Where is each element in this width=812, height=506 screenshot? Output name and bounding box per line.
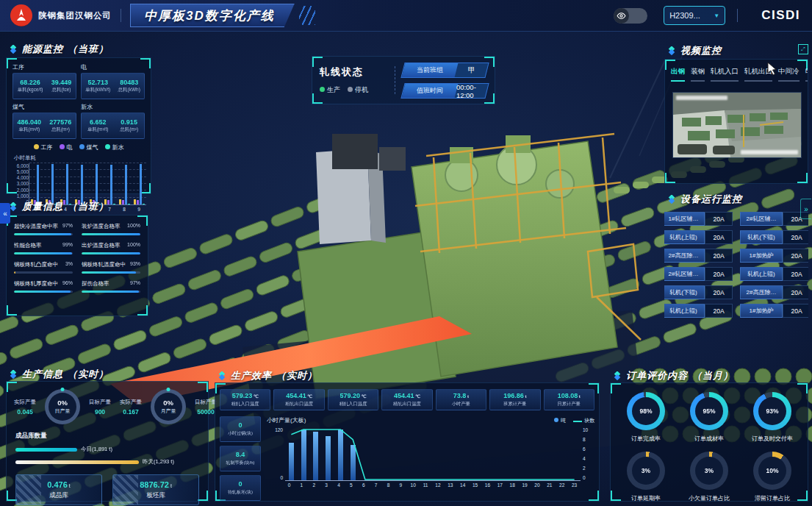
header-bar: 陕钢集团汉钢公司 中厚板3D数字化产线 H2309... ▼ CISDI (0, 0, 812, 32)
quality-item: 出炉温度合格率100% (82, 242, 140, 254)
mouse-cursor (767, 62, 779, 76)
diamond-icon (218, 371, 226, 380)
line-status-panel: 轧线状态 生产停机 当前班组甲值班时间00:00-12:00 (312, 56, 495, 104)
eye-icon (614, 8, 629, 24)
company-name: 陕钢集团汉钢公司 (38, 10, 112, 21)
device-cell: 轧机(下辊)20A (740, 230, 808, 244)
energy-axis-label: 小时单耗 (14, 154, 151, 162)
quality-item: 超快冷温度命中率97% (14, 223, 73, 235)
diamond-icon (613, 371, 622, 380)
device-cell: 2#轧区辅…20A (664, 267, 733, 281)
inventory-bar: 昨天(1,293 t) (15, 458, 208, 466)
order-gauge: 95%订单成材率 (680, 392, 739, 443)
energy-card: 新水6.652单耗(m³/t)0.915总耗(m³) (81, 102, 145, 139)
dashboard: 陕钢集团汉钢公司 中厚板3D数字化产线 H2309... ▼ CISDI 能源监… (0, 0, 812, 506)
line-status-legend: 生产停机 (320, 85, 387, 95)
efficiency-side-stat: 0小时过钢(块) (220, 416, 261, 442)
inventory-title: 成品库数量 (15, 432, 208, 441)
device-cell: 轧机(下辊)20A (664, 285, 733, 299)
energy-panel: 工序68.226单耗(kgce/t)39.449总耗(tce)电52.713单耗… (6, 57, 151, 194)
device-cell: 2#轧区辅…20A (740, 212, 808, 226)
devices-panel-title: 设备运行监控 (667, 193, 742, 206)
device-selector-value: H2309... (669, 11, 700, 20)
quality-item: 装炉温度合格率100% (82, 223, 140, 235)
production-gauge: 实际产量0.1670%月产量目标产量50000 (115, 389, 221, 424)
video-panel-title: 视频监控 (667, 44, 722, 57)
header-divider (737, 9, 738, 22)
efficiency-stat: 196.86 t班累计产量 (489, 389, 540, 410)
visibility-toggle[interactable] (614, 8, 647, 24)
device-cell: 2#高压除…20A (740, 285, 808, 299)
diamond-icon (9, 45, 18, 54)
orders-panel: 98%订单完成率95%订单成材率93%订单及时交付率3%订单延期率3%小欠量订单… (610, 382, 808, 502)
video-expand-icon[interactable]: ⤢ (798, 44, 808, 54)
efficiency-stat: 73.8 t小时产量 (436, 389, 486, 410)
hourly-output-chart: 小时产量(大板) 吨块数 1200 1086420 01234567891011… (267, 416, 594, 501)
devices-panel: 1#轧区辅…20A2#轧区辅…20A轧机(上辊)20A轧机(下辊)20A2#高压… (664, 212, 808, 318)
quality-item: 性能合格率99% (14, 242, 73, 254)
production-gauge: 实际产量0.0450%日产量目标产量900 (10, 389, 115, 424)
video-tab-中间冷[interactable]: 中间冷 (778, 67, 800, 82)
video-tab-装钢[interactable]: 装钢 (691, 67, 705, 82)
energy-card: 煤气486.040单耗(m³/t)277576总耗(m³) (12, 102, 76, 139)
video-feed[interactable] (672, 92, 802, 158)
device-cell: 2#高压除…20A (664, 249, 733, 263)
quality-item: 钢板终轧温度命中93% (82, 261, 140, 274)
production-panel-title: 生产信息（实时） (9, 368, 109, 381)
status-divider (395, 66, 395, 94)
diamond-icon (9, 370, 18, 379)
right-collapse-handle[interactable]: » (800, 199, 811, 219)
device-cell: 1#轧区辅…20A (664, 212, 733, 226)
energy-legend: 工序电煤气新水 (7, 143, 151, 152)
title-slashes (299, 6, 315, 25)
quality-item: 钢板终轧厚度命中96% (14, 280, 73, 293)
inventory-bar: 今日(1,891 t) (15, 446, 208, 453)
video-tab-电动热[interactable]: 电动热 (805, 67, 808, 82)
page-title: 中厚板3D数字化产线 (130, 4, 295, 27)
energy-panel-title: 能源监控（当班） (9, 43, 109, 56)
device-cell: 1#加热炉20A (740, 249, 808, 263)
status-badge: 当前班组甲 (400, 63, 489, 78)
status-badge: 值班时间00:00-12:00 (400, 83, 489, 99)
energy-chart: 6,0005,0004,0003,0002,0001,0000 (10, 163, 146, 205)
production-panel: 实际产量0.0450%日产量目标产量900实际产量0.1670%月产量目标产量5… (6, 381, 209, 502)
chevron-down-icon: ▼ (714, 13, 719, 19)
device-selector-dropdown[interactable]: H2309... ▼ (664, 6, 725, 25)
cisdi-logo: CISDI (761, 8, 800, 23)
hourly-chart-legend: 吨块数 (554, 417, 594, 424)
efficiency-panel: 579.23 ℃粗轧入口温度454.41 ℃粗轧出口温度579.20 ℃精轧入口… (215, 382, 600, 502)
order-gauge: 10%滞留订单占比 (743, 452, 802, 502)
device-cell: 轧机(上辊)20A (664, 304, 733, 318)
order-gauge: 3%订单延期率 (617, 452, 675, 502)
order-gauge: 3%小欠量订单占比 (680, 452, 739, 502)
diamond-icon (667, 46, 676, 55)
left-collapse-handle[interactable]: « (0, 203, 10, 224)
efficiency-stat: 579.20 ℃精轧入口温度 (328, 389, 378, 410)
device-cell: 1#加热炉20A (740, 304, 808, 318)
orders-panel-title: 订单评价内容（当月） (613, 369, 733, 382)
video-timestamp-overlay (676, 96, 727, 100)
hourly-chart-title: 小时产量(大板) (267, 416, 306, 424)
device-cell: 轧机(上辊)20A (664, 230, 733, 244)
quality-item: 钢板终轧凸度命中3% (14, 261, 73, 274)
energy-card: 电52.713单耗(kWh/t)80483总耗(kWh) (81, 63, 145, 99)
device-cell: 轧机(上辊)20A (740, 267, 808, 281)
quality-panel: 超快冷温度命中率97%装炉温度合格率100%性能合格率99%出炉温度合格率100… (6, 215, 148, 316)
inventory-box-板坯库: 8876.72t板坯库 (112, 474, 199, 505)
line-status-title: 轧线状态 (320, 65, 387, 79)
efficiency-side-stat: 8.4轧制节奏(块/h) (220, 446, 261, 471)
video-tab-出钢[interactable]: 出钢 (671, 67, 685, 82)
order-gauge: 93%订单及时交付率 (743, 392, 802, 443)
energy-card: 工序68.226单耗(kgce/t)39.449总耗(tce) (12, 63, 76, 99)
video-tab-轧机入口[interactable]: 轧机入口 (711, 67, 739, 82)
quality-item: 探伤合格率97% (82, 280, 140, 293)
efficiency-panel-title: 生产效率（实时） (218, 369, 317, 382)
diamond-icon (667, 195, 676, 204)
efficiency-stat: 454.41 ℃精轧出口温度 (381, 389, 432, 410)
order-gauge: 98%订单完成率 (617, 392, 675, 443)
video-camera-label-overlay (741, 150, 798, 154)
quality-panel-title: 质量信息（当班） (9, 200, 109, 213)
efficiency-stat: 579.23 ℃粗轧入口温度 (220, 389, 270, 410)
inventory-box-成品库: 0.476t成品库 (15, 474, 102, 505)
efficiency-side-stat: 0待轧板坯(块) (220, 475, 261, 501)
